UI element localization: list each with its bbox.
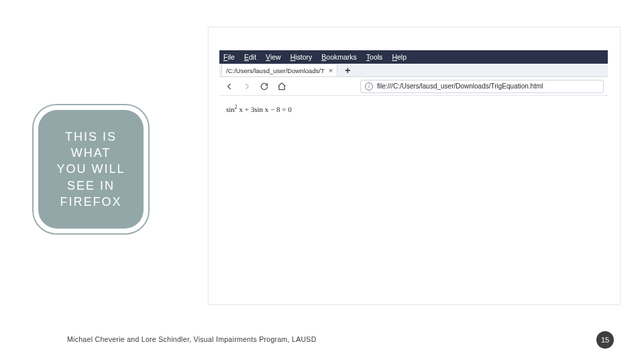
firefox-window: File Edit View History Bookmarks Tools H… <box>219 50 608 121</box>
forward-button[interactable] <box>241 80 253 93</box>
nav-bar: i file:///C:/Users/lausd_user/Downloads/… <box>219 77 608 96</box>
page-number: 15 <box>601 336 609 344</box>
menu-edit[interactable]: Edit <box>244 53 256 61</box>
menu-tools[interactable]: Tools <box>366 53 383 61</box>
eq-term2: 3sin x <box>251 105 269 113</box>
callout-inner: THIS IS WHAT YOU WILL SEE IN FIREFOX <box>38 110 144 229</box>
callout-text: THIS IS WHAT YOU WILL SEE IN FIREFOX <box>56 129 125 210</box>
eq-exp: 2 <box>235 104 237 110</box>
address-bar[interactable]: i file:///C:/Users/lausd_user/Downloads/… <box>360 80 604 93</box>
browser-tab[interactable]: /C:/Users/lausd_user/Downloads/T × <box>221 64 337 76</box>
arrow-right-icon <box>242 82 252 91</box>
close-icon[interactable]: × <box>329 66 333 74</box>
footer-credit: Michael Cheverie and Lore Schindler, Vis… <box>67 335 317 343</box>
back-button[interactable] <box>223 80 235 93</box>
eq-plus: + <box>243 105 251 113</box>
arrow-left-icon <box>225 82 234 91</box>
eq-equals: = 0 <box>280 105 291 113</box>
firefox-screenshot-panel: File Edit View History Bookmarks Tools H… <box>208 27 621 305</box>
new-tab-button[interactable]: + <box>340 64 355 76</box>
address-text: file:///C:/Users/lausd_user/Downloads/Tr… <box>377 82 543 90</box>
menu-file[interactable]: File <box>223 53 235 61</box>
equation: sin2 x + 3sin x − 8 = 0 <box>226 105 292 113</box>
home-button[interactable] <box>276 80 288 93</box>
home-icon <box>277 82 286 91</box>
menu-help[interactable]: Help <box>392 53 407 61</box>
menu-view[interactable]: View <box>266 53 281 61</box>
page-content: sin2 x + 3sin x − 8 = 0 <box>219 96 608 121</box>
info-icon[interactable]: i <box>365 82 373 90</box>
page-number-badge: 15 <box>596 331 614 349</box>
tab-title: /C:/Users/lausd_user/Downloads/T <box>226 67 325 74</box>
eq-minus: − <box>268 105 276 113</box>
tab-strip: /C:/Users/lausd_user/Downloads/T × + <box>219 64 608 77</box>
menu-bookmarks[interactable]: Bookmarks <box>321 53 357 61</box>
reload-button[interactable] <box>258 80 270 93</box>
eq-sin: sin <box>226 105 235 113</box>
reload-icon <box>260 82 269 91</box>
plus-icon: + <box>345 65 350 76</box>
menu-bar: File Edit View History Bookmarks Tools H… <box>219 50 608 64</box>
title-callout: THIS IS WHAT YOU WILL SEE IN FIREFOX <box>32 104 150 235</box>
menu-history[interactable]: History <box>290 53 313 61</box>
